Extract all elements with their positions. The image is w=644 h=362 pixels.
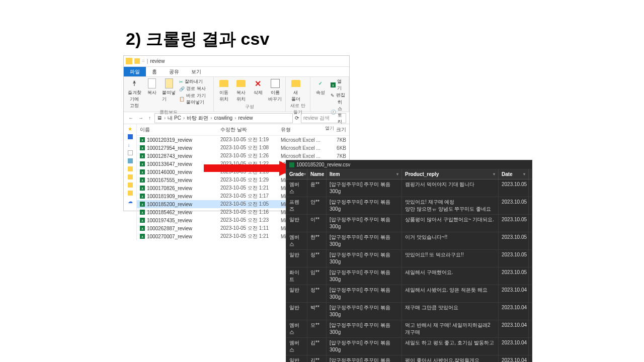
cell-date: 2023.10.05: [499, 250, 529, 267]
table-row[interactable]: 멤버스모**[압구정주꾸미] 주꾸미 볶음 300g먹고 반해서 재 구매! 세…: [286, 320, 532, 338]
star-icon[interactable]: ★: [128, 126, 133, 131]
col-date[interactable]: 수정한 날짜: [220, 126, 281, 133]
csv-header-row: Grade▾ Name Item▾ Product_reply▾ Date▾: [286, 169, 532, 179]
paste-shortcut-button[interactable]: 📋바로 가기 붙여넣기: [179, 93, 210, 106]
label: 붙여넣기: [162, 89, 176, 103]
cell-reply: 이거 맛있습니다~!!: [402, 232, 499, 249]
window-title: review: [150, 58, 165, 64]
table-row[interactable]: 멤버스윤**[압구정주꾸미] 주꾸미 볶음 300g캠핑가서 먹어야지 기대 됩…: [286, 179, 532, 197]
copy-path-button[interactable]: 🔗경로 복사: [179, 85, 210, 92]
table-row[interactable]: 화이트임**[압구정주꾸미] 주꾸미 볶음 300g세일해서 구매했어요.202…: [286, 267, 532, 285]
shortcut-icon: 📋: [179, 97, 185, 102]
col-name[interactable]: Name: [307, 169, 327, 179]
forward-button[interactable]: →: [137, 115, 145, 121]
cell-name: 정**: [307, 250, 327, 267]
open-button[interactable]: x열기: [331, 78, 346, 92]
file-type: Microsoft Excel ...: [281, 145, 326, 151]
tab-file[interactable]: 파일: [124, 67, 146, 76]
filter-icon[interactable]: ▾: [493, 172, 495, 176]
rename-button[interactable]: 이름 바꾸기: [268, 78, 282, 103]
copy-button[interactable]: 복사: [145, 78, 159, 109]
delete-button[interactable]: ✕ 삭제: [251, 78, 265, 103]
folder-icon[interactable]: [128, 183, 133, 188]
col-reply[interactable]: Product_reply▾: [402, 169, 499, 179]
onedrive-icon[interactable]: ☁: [128, 199, 133, 204]
documents-icon[interactable]: [128, 150, 133, 155]
excel-icon: x: [140, 218, 145, 223]
up-button[interactable]: ↑: [147, 115, 152, 121]
col-type[interactable]: 유형: [281, 126, 326, 133]
back-button[interactable]: ←: [127, 115, 135, 121]
cell-date: 2023.10.04: [499, 320, 529, 337]
breadcrumb-segment[interactable]: review: [238, 115, 253, 121]
file-row[interactable]: x1000128743_review2023-10-05 오전 1:26Micr…: [137, 152, 349, 160]
folder-icon: [126, 58, 132, 64]
file-name: 1000185462_review: [147, 210, 192, 215]
copy-icon: [147, 78, 157, 88]
pictures-icon[interactable]: [128, 158, 133, 163]
search-input[interactable]: review 검색: [301, 113, 346, 123]
cell-date: 2023.10.04: [499, 285, 529, 302]
excel-icon: x: [140, 169, 145, 174]
table-row[interactable]: 프렌즈안**[압구정주꾸미] 주꾸미 볶음 300g맛있어요! 재구매 예정 양…: [286, 197, 532, 215]
breadcrumb-segment[interactable]: 내 PC: [168, 115, 181, 122]
cell-grade: 화이트: [286, 267, 307, 285]
cut-button[interactable]: ✂잘라내기: [179, 78, 210, 85]
excel-icon: x: [140, 153, 145, 158]
move-to-button[interactable]: 이동 위치: [217, 78, 231, 103]
cell-reply: 세일도 하고 평도 좋고, 호기심 발동하고: [402, 338, 499, 355]
filter-icon[interactable]: ▾: [523, 172, 525, 176]
tab-home[interactable]: 홈: [146, 67, 163, 76]
file-row[interactable]: x1000127954_review2023-10-05 오전 1:08Micr…: [137, 144, 349, 152]
excel-icon: x: [140, 177, 145, 183]
col-size[interactable]: 크기: [326, 126, 346, 133]
paste-button[interactable]: 붙여넣기: [162, 78, 176, 109]
label: 복사 위치: [236, 89, 246, 103]
new-folder-button[interactable]: 새 폴더: [289, 78, 303, 103]
cell-reply: 평이 좋아서 사봤어요.잘먹을게요: [402, 355, 499, 362]
desktop-icon[interactable]: [128, 134, 133, 139]
folder-icon[interactable]: [128, 166, 133, 171]
file-name: 1000270007_review: [147, 234, 192, 239]
col-item[interactable]: Item▾: [327, 169, 402, 179]
col-date[interactable]: Date▾: [499, 169, 529, 179]
folder-icon[interactable]: [128, 191, 133, 196]
download-icon[interactable]: ↓: [128, 142, 133, 147]
breadcrumb-segment[interactable]: crawling: [214, 115, 232, 121]
filter-icon[interactable]: ▾: [396, 172, 398, 176]
tab-view[interactable]: 보기: [185, 67, 207, 76]
cell-item: [압구정주꾸미] 주꾸미 볶음 300g: [327, 267, 402, 285]
excel-icon: x: [140, 137, 145, 142]
file-row[interactable]: x1000120319_review2023-10-05 오전 1:19Micr…: [137, 136, 349, 144]
label: 새 폴더: [291, 89, 300, 103]
col-grade[interactable]: Grade▾: [286, 169, 307, 179]
table-row[interactable]: 일반이**[압구정주꾸미] 주꾸미 볶음 300g상품평이 많아서 구입했어요~…: [286, 215, 532, 232]
file-size: 7KB: [326, 153, 346, 159]
file-date: 2023-10-05 오전 1:26: [220, 152, 281, 159]
folder-icon[interactable]: [128, 174, 133, 179]
copy-to-button[interactable]: 복사 위치: [234, 78, 248, 103]
cell-item: [압구정주꾸미] 주꾸미 볶음 300g: [327, 303, 402, 320]
label: 즐겨찾기에 고정: [127, 89, 142, 109]
col-name[interactable]: 이름: [140, 126, 220, 133]
pin-to-quick-access-button[interactable]: 즐겨찾기에 고정: [127, 78, 142, 109]
edit-button[interactable]: ✎편집: [331, 92, 346, 99]
table-row[interactable]: 일반정**[압구정주꾸미] 주꾸미 볶음 300g세일해서 사봤어요. 양은 적…: [286, 285, 532, 303]
table-row[interactable]: 일반박**[압구정주꾸미] 주꾸미 볶음 300g재구매 그만큼 맛있어요202…: [286, 303, 532, 320]
file-date: 2023-10-05 오전 1:19: [220, 136, 281, 143]
table-row[interactable]: 멤버스김**[압구정주꾸미] 주꾸미 볶음 300g세일도 하고 평도 좋고, …: [286, 338, 532, 355]
table-row[interactable]: 일반정**[압구정주꾸미] 주꾸미 볶음 300g맛있어요!! 또 먹으라구요!…: [286, 250, 532, 267]
breadcrumb[interactable]: 🖥 › 내 PC › 바탕 화면 › crawling › review: [154, 113, 293, 123]
table-row[interactable]: 일반김**[압구정주꾸미] 주꾸미 볶음 300g평이 좋아서 사봤어요.잘먹을…: [286, 355, 532, 362]
cell-date: 2023.10.05: [499, 179, 529, 197]
file-name: 1000133647_review: [147, 161, 192, 167]
tab-share[interactable]: 공유: [163, 67, 185, 76]
folder-icon: [219, 78, 229, 88]
filter-icon[interactable]: ▾: [304, 172, 306, 176]
cell-date: 2023.10.05: [499, 267, 529, 285]
breadcrumb-segment[interactable]: 바탕 화면: [187, 115, 208, 122]
refresh-button[interactable]: ⟳: [295, 115, 299, 121]
cell-name: 임**: [307, 267, 327, 285]
table-row[interactable]: 멤버스한**[압구정주꾸미] 주꾸미 볶음 300g이거 맛있습니다~!!202…: [286, 232, 532, 250]
file-date: 2023-10-05 오전 1:05: [220, 201, 281, 208]
